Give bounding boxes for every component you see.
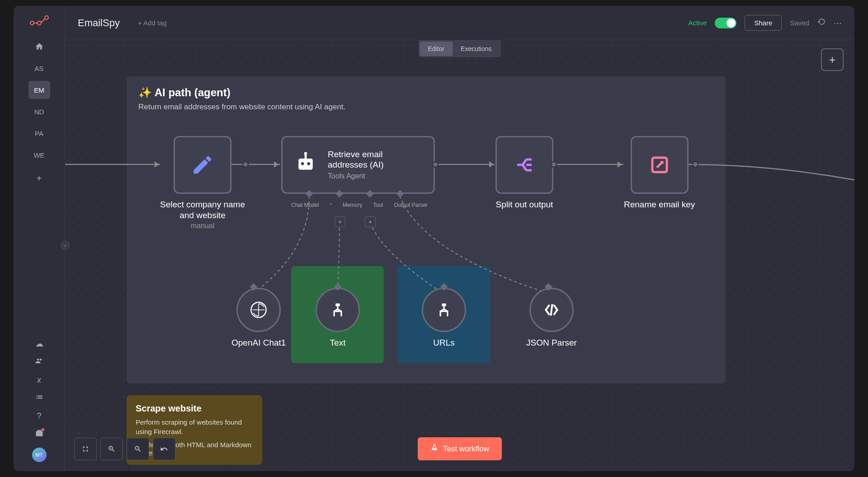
sticky-scrape-title: Scrape website: [136, 403, 253, 414]
robot-icon: [293, 150, 318, 180]
node-select-label: Select company nameand website: [160, 199, 245, 221]
add-tag-button[interactable]: + Add tag: [138, 19, 167, 27]
subnode-text[interactable]: Text: [316, 288, 360, 348]
add-tool-button[interactable]: +: [365, 216, 376, 227]
subnode-urls[interactable]: URLs: [422, 288, 466, 348]
expand-sidebar-icon[interactable]: ›: [61, 241, 70, 250]
zoom-in-button[interactable]: [100, 438, 123, 460]
add-node-button[interactable]: +: [821, 48, 844, 71]
help-icon[interactable]: ?: [37, 412, 41, 421]
node-agent-title: Retrieve email addresses (AI): [328, 150, 423, 170]
node-select-company[interactable]: Select company nameand website manual: [160, 136, 245, 230]
node-rename-key[interactable]: Rename email key: [624, 136, 695, 210]
svg-point-0: [30, 21, 34, 25]
sticky-ai-title: ✨ AI path (agent): [127, 76, 726, 103]
sticky-scrape-text: Perform scraping of websites found using…: [136, 417, 253, 436]
tab-executions[interactable]: Executions: [453, 42, 500, 56]
svg-point-7: [304, 152, 307, 155]
workflow-title[interactable]: EmailSpy: [78, 17, 120, 29]
node-retrieve-emails-ai[interactable]: Retrieve email addresses (AI) Tools Agen…: [281, 136, 435, 194]
nav-nd[interactable]: ND: [28, 103, 50, 121]
node-agent-sub: Tools Agent: [328, 172, 423, 180]
nav-pa[interactable]: PA: [28, 124, 50, 142]
node-select-sublabel: manual: [191, 222, 214, 230]
subnode-urls-label: URLs: [433, 337, 455, 348]
subnode-text-label: Text: [330, 337, 346, 348]
history-icon[interactable]: [817, 18, 826, 28]
svg-point-4: [301, 162, 304, 165]
agent-port-labels: Chat Model* Memory Tool Output Parser: [291, 202, 428, 208]
zoom-out-button[interactable]: [127, 438, 149, 460]
nav-add-project[interactable]: +: [28, 169, 50, 187]
tab-editor[interactable]: Editor: [420, 42, 453, 56]
node-split-output[interactable]: Split out output: [495, 136, 553, 210]
svg-rect-3: [298, 159, 313, 170]
test-workflow-button[interactable]: Test workflow: [418, 437, 502, 460]
canvas[interactable]: Editor Executions + ✨ AI path (agent) Re…: [65, 40, 854, 471]
undo-button[interactable]: [153, 438, 175, 460]
tab-switcher: Editor Executions: [418, 40, 501, 57]
users-icon[interactable]: [35, 357, 43, 367]
list-icon[interactable]: [35, 393, 43, 403]
fullscreen-button[interactable]: [74, 438, 97, 460]
saved-label: Saved: [790, 19, 809, 27]
topbar: EmailSpy + Add tag Active Share Saved ⋯: [65, 6, 854, 40]
subnode-parser-label: JSON Parser: [526, 337, 577, 348]
node-split-label: Split out output: [496, 199, 553, 210]
node-rename-label: Rename email key: [624, 199, 695, 210]
flask-icon: [430, 444, 439, 454]
nav-as[interactable]: AS: [28, 59, 50, 77]
svg-rect-10: [335, 304, 340, 306]
nav-home[interactable]: [28, 37, 50, 56]
subnode-json-parser[interactable]: JSON Parser: [526, 288, 577, 348]
variables-icon[interactable]: x: [37, 375, 41, 385]
cloud-icon[interactable]: ☁: [35, 339, 43, 349]
add-memory-button[interactable]: +: [335, 216, 345, 227]
nav-we[interactable]: WE: [28, 146, 50, 164]
svg-point-1: [38, 21, 41, 25]
svg-point-2: [45, 16, 48, 19]
more-icon[interactable]: ⋯: [834, 18, 842, 28]
share-button[interactable]: Share: [745, 15, 782, 31]
sticky-ai-desc: Return email addresses from website cont…: [127, 103, 726, 112]
nav-em[interactable]: EM: [28, 81, 50, 99]
svg-point-5: [307, 162, 310, 165]
sidebar: AS EM ND PA WE + ☁ x ? MT: [14, 6, 65, 471]
active-toggle[interactable]: [715, 18, 736, 28]
gift-icon[interactable]: [35, 429, 43, 440]
logo[interactable]: [14, 15, 65, 37]
avatar[interactable]: MT: [32, 448, 47, 462]
subnode-openai-label: OpenAI Chat1: [231, 337, 286, 348]
canvas-controls: [74, 438, 175, 460]
logo-icon: [29, 15, 49, 28]
active-label: Active: [689, 19, 707, 27]
subnode-openai-chat[interactable]: OpenAI Chat1: [231, 288, 286, 348]
svg-rect-11: [442, 304, 446, 306]
svg-rect-6: [305, 154, 307, 159]
